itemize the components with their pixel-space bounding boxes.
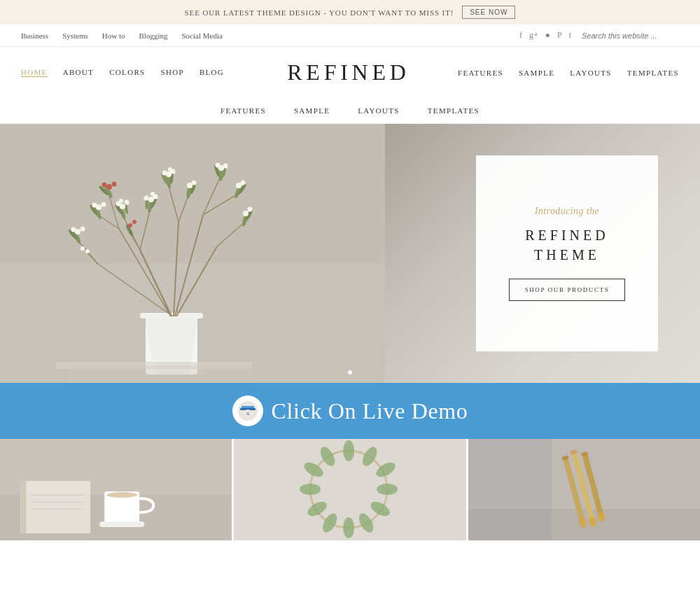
svg-point-64 bbox=[223, 164, 228, 169]
svg-point-71 bbox=[112, 182, 117, 187]
nav-sample[interactable]: SAMPLE bbox=[519, 69, 554, 77]
main-header: HOME ABOUT COLORS SHOP BLOG REFINED FEAT… bbox=[0, 47, 700, 98]
nav-blog[interactable]: BLOG bbox=[200, 68, 224, 77]
svg-point-59 bbox=[168, 167, 172, 172]
image-cell-honey bbox=[468, 439, 700, 540]
svg-point-70 bbox=[102, 183, 107, 188]
svg-point-51 bbox=[119, 199, 123, 203]
sub-nav-templates[interactable]: TEMPLATES bbox=[428, 106, 479, 115]
svg-point-68 bbox=[248, 207, 253, 212]
site-logo[interactable]: REFINED bbox=[239, 59, 458, 85]
hero-theme-name: REFINED THEME bbox=[525, 225, 608, 265]
facebook-icon[interactable]: f bbox=[519, 30, 522, 41]
hero-intro-text: Introducing the bbox=[535, 206, 600, 217]
svg-text:G: G bbox=[246, 412, 250, 416]
image-grid bbox=[0, 439, 700, 540]
svg-point-55 bbox=[150, 192, 155, 196]
nav-shop[interactable]: SHOP bbox=[161, 68, 184, 77]
announcement-bar: SEE OUR LATEST THEME DESIGN - YOU DON'T … bbox=[0, 0, 700, 24]
secondary-nav-systems[interactable]: Systems bbox=[62, 31, 88, 40]
nav-features[interactable]: FEATURES bbox=[458, 69, 503, 77]
left-nav: HOME ABOUT COLORS SHOP BLOG bbox=[21, 68, 239, 77]
gravatar-avatar: G bbox=[232, 396, 263, 426]
see-now-button[interactable]: SEE NOW bbox=[462, 6, 515, 19]
svg-point-108 bbox=[343, 517, 354, 538]
live-demo-text: Click On Live Demo bbox=[272, 398, 468, 424]
coffee-image bbox=[0, 439, 232, 540]
secondary-nav-links: Business Systems How to Blogging Social … bbox=[21, 31, 519, 40]
secondary-nav-howto[interactable]: How to bbox=[102, 31, 125, 40]
hero-dot-1[interactable] bbox=[348, 370, 352, 374]
svg-point-61 bbox=[192, 181, 197, 186]
svg-point-67 bbox=[243, 211, 248, 216]
svg-rect-125 bbox=[468, 439, 552, 540]
hero-card: Introducing the REFINED THEME SHOP OUR P… bbox=[476, 155, 658, 351]
sub-nav: FEATURES SAMPLE LAYOUTS TEMPLATES bbox=[0, 98, 700, 124]
hero-section: Introducing the REFINED THEME SHOP OUR P… bbox=[0, 124, 700, 383]
announcement-text: SEE OUR LATEST THEME DESIGN - YOU DON'T … bbox=[185, 8, 454, 17]
image-cell-wreath bbox=[234, 439, 468, 540]
svg-rect-83 bbox=[70, 365, 252, 383]
svg-point-102 bbox=[343, 440, 354, 461]
live-demo-banner[interactable]: G Click On Live Demo bbox=[0, 383, 700, 439]
secondary-nav: Business Systems How to Blogging Social … bbox=[0, 24, 700, 47]
svg-point-73 bbox=[92, 203, 97, 208]
svg-point-66 bbox=[241, 181, 246, 186]
social-icons: f g+ ● P t bbox=[519, 30, 571, 41]
secondary-nav-business[interactable]: Business bbox=[21, 31, 48, 40]
avatar-icon: G bbox=[237, 400, 258, 421]
nav-colors[interactable]: COLORS bbox=[109, 68, 145, 77]
svg-point-54 bbox=[144, 196, 149, 201]
svg-point-63 bbox=[216, 163, 220, 168]
wreath-image bbox=[234, 439, 465, 540]
hero-slider-dots bbox=[348, 370, 352, 374]
googleplus-icon[interactable]: g+ bbox=[529, 30, 538, 41]
svg-point-50 bbox=[125, 200, 130, 205]
instagram-icon[interactable]: ● bbox=[545, 30, 550, 41]
svg-point-79 bbox=[132, 220, 136, 224]
svg-point-69 bbox=[106, 184, 112, 190]
image-cell-coffee bbox=[0, 439, 234, 540]
svg-point-111 bbox=[300, 484, 321, 495]
nav-home[interactable]: HOME bbox=[21, 68, 48, 77]
nav-templates[interactable]: TEMPLATES bbox=[627, 69, 679, 77]
svg-rect-92 bbox=[20, 481, 90, 533]
honey-image bbox=[468, 439, 700, 540]
svg-point-81 bbox=[80, 246, 85, 251]
twitter-icon[interactable]: t bbox=[569, 30, 571, 41]
right-nav: FEATURES SAMPLE LAYOUTS TEMPLATES bbox=[458, 69, 679, 77]
secondary-nav-blogging[interactable]: Blogging bbox=[139, 31, 168, 40]
svg-point-76 bbox=[71, 227, 76, 232]
search-input[interactable] bbox=[582, 31, 679, 40]
svg-rect-98 bbox=[99, 522, 144, 527]
nav-layouts[interactable]: LAYOUTS bbox=[570, 69, 612, 77]
sub-nav-sample[interactable]: SAMPLE bbox=[294, 106, 330, 115]
hero-background: Introducing the REFINED THEME SHOP OUR P… bbox=[0, 124, 700, 383]
svg-point-58 bbox=[162, 171, 167, 176]
nav-about[interactable]: ABOUT bbox=[63, 68, 94, 77]
svg-point-99 bbox=[106, 492, 137, 498]
svg-point-105 bbox=[377, 484, 398, 495]
svg-point-78 bbox=[128, 223, 132, 227]
shop-products-button[interactable]: SHOP OUR PRODUCTS bbox=[509, 279, 626, 301]
secondary-nav-social[interactable]: Social Media bbox=[181, 31, 222, 40]
sub-nav-features[interactable]: FEATURES bbox=[220, 106, 266, 115]
svg-point-77 bbox=[80, 227, 85, 232]
svg-point-74 bbox=[102, 202, 106, 207]
hero-plant-image bbox=[0, 124, 385, 383]
svg-rect-93 bbox=[20, 481, 26, 533]
svg-point-80 bbox=[85, 249, 90, 253]
sub-nav-layouts[interactable]: LAYOUTS bbox=[358, 106, 400, 115]
pinterest-icon[interactable]: P bbox=[557, 30, 562, 41]
